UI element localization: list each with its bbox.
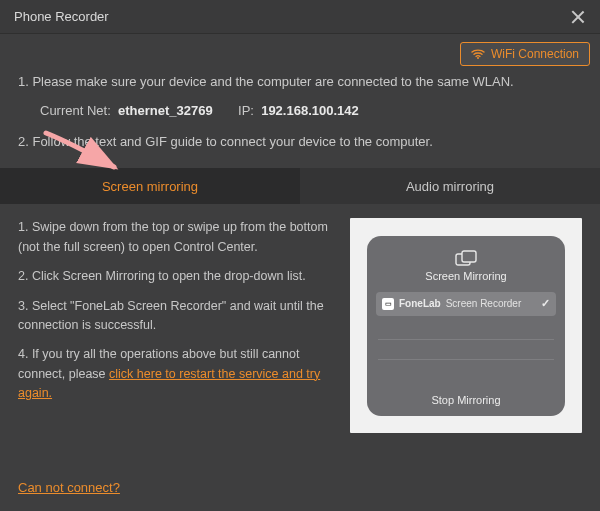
app-tv-icon: ▭ <box>382 298 394 310</box>
wifi-connection-button[interactable]: WiFi Connection <box>460 42 590 66</box>
guide-step-1: 1. Swipe down from the top or swipe up f… <box>18 218 332 257</box>
close-icon[interactable] <box>570 9 586 25</box>
popup-title: Screen Mirroring <box>376 270 556 282</box>
mirroring-device-row: ▭ FoneLab Screen Recorder ✓ <box>376 292 556 316</box>
gif-preview-panel: Screen Mirroring ▭ FoneLab Screen Record… <box>350 218 582 433</box>
screen-mirroring-icon <box>376 250 556 266</box>
checkmark-icon: ✓ <box>541 297 550 310</box>
tab-audio-mirroring[interactable]: Audio mirroring <box>300 168 600 204</box>
network-info: Current Net: ethernet_32769 IP: 192.168.… <box>40 101 582 122</box>
wifi-icon <box>471 48 485 60</box>
window-title: Phone Recorder <box>14 9 109 24</box>
instruction-step-2: 2. Follow the text and GIF guide to conn… <box>18 132 582 153</box>
tab-screen-mirroring[interactable]: Screen mirroring <box>0 168 300 204</box>
guide-step-2: 2. Click Screen Mirroring to open the dr… <box>18 267 332 286</box>
svg-rect-2 <box>462 251 476 262</box>
screen-mirroring-popup: Screen Mirroring ▭ FoneLab Screen Record… <box>367 236 565 416</box>
cannot-connect-link[interactable]: Can not connect? <box>18 480 120 495</box>
wifi-button-label: WiFi Connection <box>491 47 579 61</box>
instruction-step-1: 1. Please make sure your device and the … <box>18 72 582 93</box>
guide-step-4: 4. If you try all the operations above b… <box>18 345 332 403</box>
stop-mirroring-label: Stop Mirroring <box>376 394 556 406</box>
guide-step-3: 3. Select "FoneLab Screen Recorder" and … <box>18 297 332 336</box>
svg-point-0 <box>477 57 479 59</box>
guide-steps: 1. Swipe down from the top or swipe up f… <box>18 218 332 433</box>
